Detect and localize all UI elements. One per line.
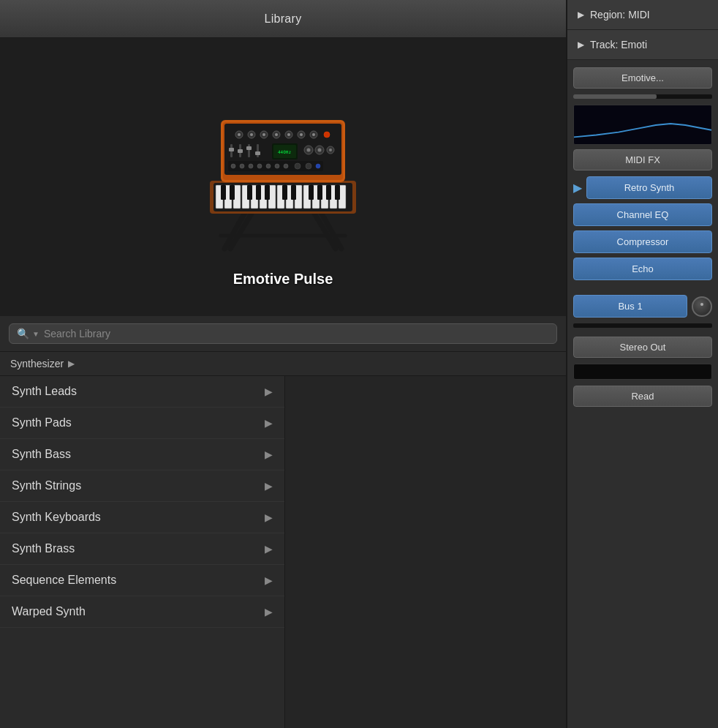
svg-point-70	[240, 164, 244, 168]
region-triangle: ▶	[578, 10, 584, 20]
svg-rect-52	[229, 148, 234, 151]
category-item-synth-keyboards[interactable]: Synth Keyboards ▶	[0, 502, 284, 533]
category-arrow: ▶	[265, 606, 273, 618]
breadcrumb: Synthesizer ▶	[0, 352, 566, 376]
bus-button[interactable]: Bus 1	[573, 295, 687, 318]
category-arrow: ▶	[265, 386, 273, 397]
svg-rect-54	[238, 149, 243, 153]
bus-knob[interactable]	[692, 296, 712, 317]
svg-point-49	[312, 133, 315, 136]
category-item-sequence-elements[interactable]: Sequence Elements ▶	[0, 565, 284, 596]
midi-fx-button[interactable]: MIDI FX	[573, 149, 712, 170]
svg-rect-24	[247, 185, 252, 200]
svg-point-75	[284, 164, 288, 168]
search-icon: 🔍	[17, 328, 29, 339]
bus-knob-dot	[700, 303, 703, 306]
svg-rect-79	[574, 105, 711, 144]
search-dropdown-arrow[interactable]: ▼	[32, 330, 39, 338]
svg-rect-32	[335, 185, 340, 200]
category-label: Synth Leads	[12, 385, 77, 398]
svg-point-37	[238, 133, 241, 136]
svg-point-43	[275, 133, 278, 136]
svg-rect-22	[221, 185, 226, 200]
category-item-warped-synth[interactable]: Warped Synth ▶	[0, 596, 284, 628]
category-label: Sequence Elements	[12, 574, 116, 587]
right-panel: ▶ Region: MIDI ▶ Track: Emoti Emotive...…	[567, 0, 718, 728]
search-input[interactable]	[44, 328, 549, 339]
channel-eq-button[interactable]: Channel EQ	[573, 203, 712, 226]
svg-rect-29	[309, 185, 314, 200]
instrument-name: Emotive Pulse	[233, 271, 333, 288]
category-label: Warped Synth	[12, 605, 86, 618]
category-item-synth-bass[interactable]: Synth Bass ▶	[0, 439, 284, 470]
read-button[interactable]: Read	[573, 386, 712, 407]
svg-rect-28	[291, 185, 296, 200]
svg-point-76	[295, 163, 301, 169]
search-wrapper[interactable]: 🔍 ▼	[9, 323, 557, 344]
breadcrumb-arrow: ▶	[68, 359, 75, 369]
svg-rect-56	[246, 146, 252, 150]
right-header: ▶ Region: MIDI ▶ Track: Emoti	[567, 0, 718, 60]
category-label: Synth Pads	[12, 416, 72, 429]
retro-synth-row: ▶ Retro Synth	[573, 176, 712, 199]
category-label: Synth Keyboards	[12, 511, 101, 524]
svg-point-73	[266, 164, 271, 168]
category-arrow: ▶	[265, 417, 273, 429]
level-display	[573, 364, 712, 380]
synth-image: 440Hz	[181, 67, 385, 258]
category-item-synth-pads[interactable]: Synth Pads ▶	[0, 408, 284, 439]
retro-synth-button[interactable]: Retro Synth	[586, 176, 712, 199]
svg-point-41	[262, 133, 265, 136]
left-panel: Library	[0, 0, 567, 728]
svg-rect-57	[257, 144, 259, 157]
svg-point-47	[300, 133, 303, 136]
compressor-button[interactable]: Compressor	[573, 230, 712, 253]
search-icon-area: 🔍 ▼	[17, 328, 39, 339]
svg-point-39	[250, 133, 253, 136]
category-label: Synth Bass	[12, 448, 71, 461]
svg-point-63	[307, 148, 311, 151]
svg-rect-55	[248, 144, 250, 157]
category-arrow: ▶	[265, 449, 273, 460]
echo-button[interactable]: Echo	[573, 258, 712, 280]
emotive-button[interactable]: Emotive...	[573, 67, 712, 89]
category-item-synth-strings[interactable]: Synth Strings ▶	[0, 470, 284, 502]
category-item-synth-leads[interactable]: Synth Leads ▶	[0, 376, 284, 408]
sub-panel	[285, 376, 566, 728]
eq-display	[573, 105, 712, 145]
instrument-preview: 440Hz Emotive	[0, 38, 566, 316]
svg-point-78	[316, 164, 320, 168]
svg-rect-27	[282, 185, 287, 200]
svg-rect-58	[255, 151, 260, 155]
main-categories: Synth Leads ▶ Synth Pads ▶ Synth Bass ▶ …	[0, 376, 285, 728]
svg-rect-31	[326, 185, 331, 200]
breadcrumb-text: Synthesizer	[10, 358, 64, 369]
track-bar[interactable]: ▶ Track: Emoti	[567, 30, 718, 60]
svg-point-72	[257, 164, 262, 168]
svg-point-50	[324, 132, 330, 138]
right-controls: Emotive... MIDI FX ▶ Retro Synth Channel…	[567, 60, 718, 728]
category-arrow: ▶	[265, 511, 273, 523]
svg-rect-23	[230, 185, 235, 200]
category-label: Synth Brass	[12, 542, 75, 555]
bus-level-bar	[573, 323, 712, 328]
library-header: Library	[0, 0, 566, 38]
svg-point-77	[306, 163, 311, 169]
category-list: Synth Leads ▶ Synth Pads ▶ Synth Bass ▶ …	[0, 376, 566, 728]
category-arrow: ▶	[265, 543, 273, 555]
category-arrow: ▶	[265, 574, 273, 586]
svg-point-71	[249, 164, 253, 168]
svg-point-67	[329, 149, 332, 151]
svg-rect-25	[256, 185, 261, 200]
svg-point-45	[287, 133, 290, 136]
play-triangle-icon: ▶	[573, 181, 582, 195]
stereo-out-button[interactable]: Stereo Out	[573, 337, 712, 358]
track-label: Track: Emoti	[590, 39, 647, 50]
svg-point-69	[231, 164, 235, 168]
category-item-synth-brass[interactable]: Synth Brass ▶	[0, 533, 284, 565]
svg-rect-26	[265, 185, 270, 200]
region-bar[interactable]: ▶ Region: MIDI	[567, 0, 718, 30]
category-label: Synth Strings	[12, 479, 81, 492]
svg-point-74	[275, 164, 279, 168]
track-triangle: ▶	[578, 40, 584, 50]
